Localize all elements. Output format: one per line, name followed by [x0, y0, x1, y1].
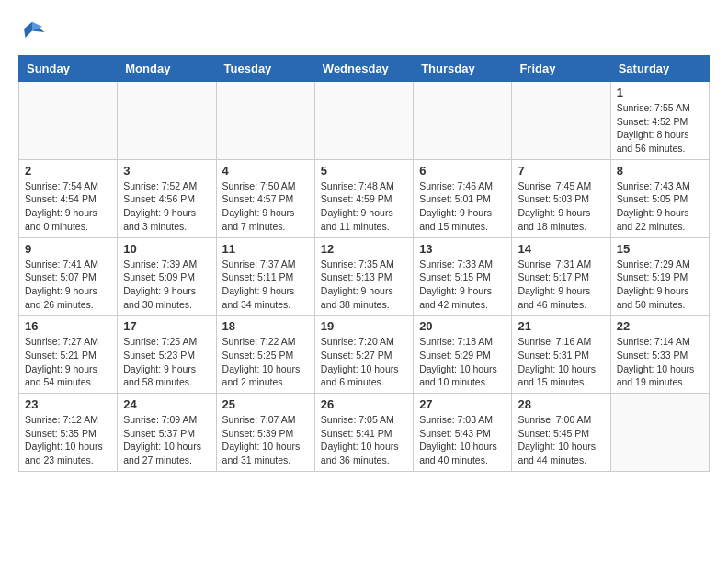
calendar-week-3: 9Sunrise: 7:41 AM Sunset: 5:07 PM Daylig…: [19, 237, 710, 316]
day-info: Sunrise: 7:03 AM Sunset: 5:43 PM Dayligh…: [419, 413, 506, 467]
calendar-cell: 7Sunrise: 7:45 AM Sunset: 5:03 PM Daylig…: [512, 159, 610, 237]
calendar-cell: 21Sunrise: 7:16 AM Sunset: 5:31 PM Dayli…: [512, 316, 610, 394]
weekday-header-thursday: Thursday: [414, 56, 512, 82]
calendar-cell: 1Sunrise: 7:55 AM Sunset: 4:52 PM Daylig…: [610, 82, 709, 160]
calendar-week-1: 1Sunrise: 7:55 AM Sunset: 4:52 PM Daylig…: [19, 82, 710, 160]
day-info: Sunrise: 7:05 AM Sunset: 5:41 PM Dayligh…: [321, 413, 407, 467]
day-info: Sunrise: 7:54 AM Sunset: 4:54 PM Dayligh…: [25, 179, 111, 234]
weekday-header-tuesday: Tuesday: [216, 56, 314, 82]
calendar-table: SundayMondayTuesdayWednesdayThursdayFrid…: [18, 55, 710, 472]
calendar-cell: 9Sunrise: 7:41 AM Sunset: 5:07 PM Daylig…: [19, 237, 118, 316]
day-number: 10: [123, 242, 210, 256]
day-number: 22: [617, 319, 703, 333]
day-info: Sunrise: 7:35 AM Sunset: 5:13 PM Dayligh…: [321, 258, 407, 312]
calendar-week-4: 16Sunrise: 7:27 AM Sunset: 5:21 PM Dayli…: [19, 316, 710, 394]
calendar-cell: 4Sunrise: 7:50 AM Sunset: 4:57 PM Daylig…: [216, 159, 314, 237]
day-info: Sunrise: 7:16 AM Sunset: 5:31 PM Dayligh…: [518, 335, 604, 389]
calendar-cell: 11Sunrise: 7:37 AM Sunset: 5:11 PM Dayli…: [216, 237, 314, 316]
day-info: Sunrise: 7:18 AM Sunset: 5:29 PM Dayligh…: [419, 335, 506, 389]
calendar-cell: 8Sunrise: 7:43 AM Sunset: 5:05 PM Daylig…: [610, 159, 709, 237]
day-info: Sunrise: 7:27 AM Sunset: 5:21 PM Dayligh…: [25, 335, 111, 389]
day-info: Sunrise: 7:48 AM Sunset: 4:59 PM Dayligh…: [321, 179, 407, 234]
day-number: 17: [123, 319, 210, 333]
day-number: 25: [222, 397, 309, 411]
day-number: 24: [123, 397, 210, 411]
day-number: 19: [321, 319, 407, 333]
calendar-cell: 5Sunrise: 7:48 AM Sunset: 4:59 PM Daylig…: [314, 159, 413, 237]
weekday-header-row: SundayMondayTuesdayWednesdayThursdayFrid…: [19, 56, 710, 82]
day-info: Sunrise: 7:55 AM Sunset: 4:52 PM Dayligh…: [617, 101, 703, 155]
calendar-cell: 20Sunrise: 7:18 AM Sunset: 5:29 PM Dayli…: [414, 316, 512, 394]
calendar-cell: 24Sunrise: 7:09 AM Sunset: 5:37 PM Dayli…: [118, 394, 216, 472]
calendar-cell: 13Sunrise: 7:33 AM Sunset: 5:15 PM Dayli…: [414, 237, 512, 316]
day-number: 13: [419, 242, 506, 256]
calendar-cell: 23Sunrise: 7:12 AM Sunset: 5:35 PM Dayli…: [19, 394, 118, 472]
calendar-cell: 3Sunrise: 7:52 AM Sunset: 4:56 PM Daylig…: [118, 159, 216, 237]
day-number: 12: [321, 242, 407, 256]
day-info: Sunrise: 7:12 AM Sunset: 5:35 PM Dayligh…: [25, 413, 111, 467]
page-header: [18, 18, 710, 46]
weekday-header-wednesday: Wednesday: [314, 56, 413, 82]
day-number: 26: [321, 397, 407, 411]
day-info: Sunrise: 7:33 AM Sunset: 5:15 PM Dayligh…: [419, 258, 506, 312]
day-info: Sunrise: 7:37 AM Sunset: 5:11 PM Dayligh…: [222, 258, 309, 312]
calendar-cell: 28Sunrise: 7:00 AM Sunset: 5:45 PM Dayli…: [512, 394, 610, 472]
day-number: 7: [518, 164, 604, 178]
calendar-cell: 27Sunrise: 7:03 AM Sunset: 5:43 PM Dayli…: [414, 394, 512, 472]
calendar-cell: 15Sunrise: 7:29 AM Sunset: 5:19 PM Dayli…: [610, 237, 709, 316]
calendar-cell: 10Sunrise: 7:39 AM Sunset: 5:09 PM Dayli…: [118, 237, 216, 316]
calendar-cell: 16Sunrise: 7:27 AM Sunset: 5:21 PM Dayli…: [19, 316, 118, 394]
day-number: 20: [419, 319, 506, 333]
calendar-cell: 18Sunrise: 7:22 AM Sunset: 5:25 PM Dayli…: [216, 316, 314, 394]
day-number: 14: [518, 242, 604, 256]
day-number: 1: [617, 86, 703, 99]
day-number: 23: [25, 397, 111, 411]
day-info: Sunrise: 7:50 AM Sunset: 4:57 PM Dayligh…: [222, 179, 309, 234]
calendar-cell: [118, 82, 216, 160]
day-info: Sunrise: 7:46 AM Sunset: 5:01 PM Dayligh…: [419, 179, 506, 234]
weekday-header-monday: Monday: [118, 56, 216, 82]
calendar-cell: [314, 82, 413, 160]
calendar-cell: 17Sunrise: 7:25 AM Sunset: 5:23 PM Dayli…: [118, 316, 216, 394]
day-number: 18: [222, 319, 309, 333]
day-info: Sunrise: 7:43 AM Sunset: 5:05 PM Dayligh…: [617, 179, 703, 234]
day-number: 21: [518, 319, 604, 333]
day-info: Sunrise: 7:20 AM Sunset: 5:27 PM Dayligh…: [321, 335, 407, 389]
day-info: Sunrise: 7:31 AM Sunset: 5:17 PM Dayligh…: [518, 258, 604, 312]
weekday-header-friday: Friday: [512, 56, 610, 82]
day-info: Sunrise: 7:45 AM Sunset: 5:03 PM Dayligh…: [518, 179, 604, 234]
calendar-cell: 22Sunrise: 7:14 AM Sunset: 5:33 PM Dayli…: [610, 316, 709, 394]
day-number: 4: [222, 164, 309, 178]
day-info: Sunrise: 7:09 AM Sunset: 5:37 PM Dayligh…: [123, 413, 210, 467]
day-info: Sunrise: 7:41 AM Sunset: 5:07 PM Dayligh…: [25, 258, 111, 312]
weekday-header-saturday: Saturday: [610, 56, 709, 82]
day-info: Sunrise: 7:00 AM Sunset: 5:45 PM Dayligh…: [518, 413, 604, 467]
day-number: 15: [617, 242, 703, 256]
calendar-cell: 14Sunrise: 7:31 AM Sunset: 5:17 PM Dayli…: [512, 237, 610, 316]
calendar-cell: [610, 394, 709, 472]
calendar-week-5: 23Sunrise: 7:12 AM Sunset: 5:35 PM Dayli…: [19, 394, 710, 472]
calendar-cell: 19Sunrise: 7:20 AM Sunset: 5:27 PM Dayli…: [314, 316, 413, 394]
logo-icon: [18, 18, 46, 46]
calendar-header: SundayMondayTuesdayWednesdayThursdayFrid…: [19, 56, 710, 82]
calendar-cell: [414, 82, 512, 160]
day-info: Sunrise: 7:52 AM Sunset: 4:56 PM Dayligh…: [123, 179, 210, 234]
calendar-week-2: 2Sunrise: 7:54 AM Sunset: 4:54 PM Daylig…: [19, 159, 710, 237]
weekday-header-sunday: Sunday: [19, 56, 118, 82]
day-number: 11: [222, 242, 309, 256]
calendar-cell: [512, 82, 610, 160]
day-number: 27: [419, 397, 506, 411]
day-number: 5: [321, 164, 407, 178]
calendar-cell: 2Sunrise: 7:54 AM Sunset: 4:54 PM Daylig…: [19, 159, 118, 237]
day-info: Sunrise: 7:29 AM Sunset: 5:19 PM Dayligh…: [617, 258, 703, 312]
day-number: 2: [25, 164, 111, 178]
calendar-cell: 25Sunrise: 7:07 AM Sunset: 5:39 PM Dayli…: [216, 394, 314, 472]
day-number: 16: [25, 319, 111, 333]
day-info: Sunrise: 7:39 AM Sunset: 5:09 PM Dayligh…: [123, 258, 210, 312]
day-number: 6: [419, 164, 506, 178]
calendar-cell: 6Sunrise: 7:46 AM Sunset: 5:01 PM Daylig…: [414, 159, 512, 237]
calendar-cell: [216, 82, 314, 160]
calendar-body: 1Sunrise: 7:55 AM Sunset: 4:52 PM Daylig…: [19, 82, 710, 472]
day-number: 9: [25, 242, 111, 256]
calendar-cell: 12Sunrise: 7:35 AM Sunset: 5:13 PM Dayli…: [314, 237, 413, 316]
